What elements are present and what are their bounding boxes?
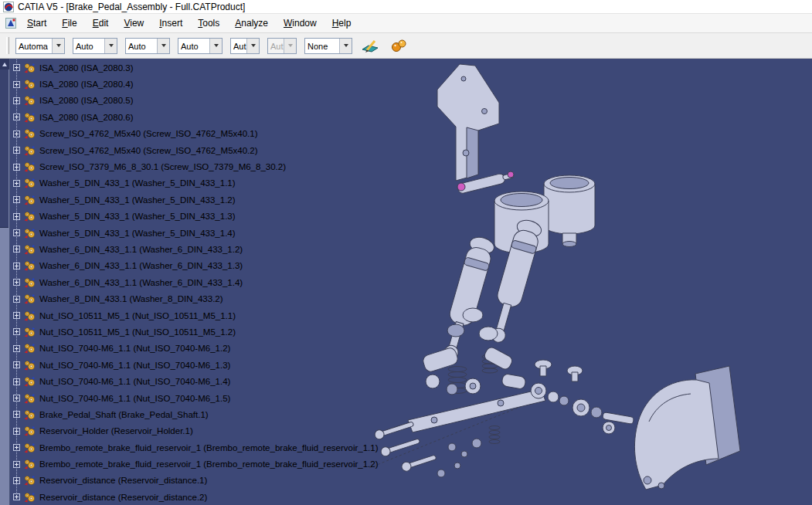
tree-item[interactable]: Washer_6_DIN_433_1.1 (Washer_6_DIN_433_1…: [10, 258, 420, 274]
menu-item[interactable]: Analyze: [227, 15, 276, 31]
tree-item[interactable]: ISA_2080 (ISA_2080.6): [10, 109, 420, 125]
tree-item-label: Washer_5_DIN_433_1 (Washer_5_DIN_433_1.4…: [39, 229, 236, 238]
toolbar-dropdown[interactable]: Aut: [267, 38, 297, 54]
tree-expand-node[interactable]: [13, 263, 20, 269]
painter-spheres-icon[interactable]: [388, 36, 409, 56]
tree-expand-node[interactable]: [13, 180, 20, 187]
part-instance-icon: [24, 178, 36, 188]
tree-item[interactable]: Brembo_remote_brake_fluid_reservoir_1 (B…: [10, 456, 420, 472]
menu-bar: Start File Edit View Insert Tools Analyz…: [0, 14, 812, 33]
chevron-down-icon[interactable]: [52, 39, 64, 53]
tree-item[interactable]: Brembo_remote_brake_fluid_reservoir_1 (B…: [10, 439, 420, 456]
tree-expand-node[interactable]: [13, 296, 20, 303]
tree-item[interactable]: Nut_ISO_7040-M6_1.1 (Nut_ISO_7040-M6_1.5…: [10, 390, 420, 406]
tree-item-label: Nut_ISO_7040-M6_1.1 (Nut_ISO_7040-M6_1.4…: [39, 377, 230, 386]
tree-item[interactable]: Reservoir_Holder (Reservoir_Holder.1): [10, 423, 420, 439]
tree-expand-node[interactable]: [13, 229, 20, 236]
toolbar-dropdown[interactable]: Auto: [178, 38, 223, 54]
tree-expand-node[interactable]: [13, 164, 20, 171]
scrollbar-thumb[interactable]: [0, 69, 8, 228]
tree-expand-node[interactable]: [13, 312, 20, 319]
tree-item[interactable]: Nut_ISO_7040-M6_1.1 (Nut_ISO_7040-M6_1.3…: [10, 357, 420, 373]
tree-expand-node[interactable]: [13, 147, 20, 154]
tree-expand-node[interactable]: [13, 130, 20, 137]
part-instance-icon: [24, 442, 36, 453]
tree-item[interactable]: Washer_6_DIN_433_1.1 (Washer_6_DIN_433_1…: [10, 274, 420, 290]
graphic-properties-pen-icon[interactable]: [359, 36, 381, 56]
tree-expand-node[interactable]: [13, 97, 20, 104]
tree-scrollbar[interactable]: [0, 59, 10, 505]
menu-item[interactable]: File: [54, 15, 84, 31]
graphic-properties-toolbar: Automa Auto Auto Auto Aut Aut None: [0, 33, 812, 59]
tree-expand-node[interactable]: [13, 477, 20, 484]
tree-item[interactable]: Reservoir_distance (Reservoir_distance.1…: [10, 473, 420, 489]
tree-item[interactable]: Screw_ISO_4762_M5x40 (Screw_ISO_4762_M5x…: [10, 142, 420, 158]
tree-item[interactable]: Washer_8_DIN_433.1 (Washer_8_DIN_433.2): [10, 290, 420, 307]
chevron-down-icon[interactable]: [284, 39, 296, 53]
tree-item[interactable]: Screw_ISO_4762_M5x40 (Screw_ISO_4762_M5x…: [10, 126, 420, 142]
menu-item[interactable]: Edit: [85, 15, 117, 31]
chevron-down-icon[interactable]: [104, 39, 117, 53]
part-instance-icon: [24, 228, 36, 239]
tree-item[interactable]: ISA_2080 (ISA_2080.3): [10, 59, 420, 76]
tree-item[interactable]: Reservoir_distance (Reservoir_distance.2…: [10, 489, 420, 505]
tree-item-label: ISA_2080 (ISA_2080.6): [39, 113, 133, 122]
toolbar-dropdown[interactable]: Aut: [230, 38, 260, 54]
scroll-up-button[interactable]: [0, 59, 9, 69]
tree-expand-node[interactable]: [13, 279, 20, 286]
menu-item[interactable]: Start: [19, 15, 54, 31]
tree-expand-node[interactable]: [13, 114, 20, 120]
tree-expand-node[interactable]: [13, 213, 20, 220]
tree-item[interactable]: Screw_ISO_7379_M6_8_30.1 (Screw_ISO_7379…: [10, 158, 420, 175]
tree-item-label: Brembo_remote_brake_fluid_reservoir_1 (B…: [39, 443, 379, 452]
tree-item-label: Washer_6_DIN_433_1.1 (Washer_6_DIN_433_1…: [39, 245, 243, 254]
chevron-down-icon[interactable]: [246, 39, 259, 53]
part-instance-icon: [24, 63, 36, 73]
tree-item[interactable]: Brake_Pedal_Shaft (Brake_Pedal_Shaft.1): [10, 406, 420, 422]
chevron-down-icon[interactable]: [339, 39, 352, 53]
tree-item[interactable]: Nut_ISO_7040-M6_1.1 (Nut_ISO_7040-M6_1.2…: [10, 341, 420, 357]
menu-item[interactable]: Insert: [151, 15, 190, 31]
toolbar-dropdown[interactable]: Auto: [125, 38, 170, 54]
tree-expand-node[interactable]: [13, 196, 20, 203]
tree-item[interactable]: Nut_ISO_10511_M5_1 (Nut_ISO_10511_M5_1.2…: [10, 324, 420, 340]
tree-expand-node[interactable]: [13, 395, 20, 402]
tree-expand-node[interactable]: [13, 328, 20, 335]
tree-expand-node[interactable]: [13, 461, 20, 468]
tree-item[interactable]: Nut_ISO_7040-M6_1.1 (Nut_ISO_7040-M6_1.4…: [10, 373, 420, 389]
tree-item[interactable]: Washer_5_DIN_433_1 (Washer_5_DIN_433_1.4…: [10, 225, 420, 241]
start-menu-icon[interactable]: [5, 18, 16, 29]
toolbar-dropdown[interactable]: Auto: [73, 38, 117, 54]
chevron-down-icon[interactable]: [157, 39, 169, 53]
toolbar-dropdown[interactable]: Automa: [15, 38, 65, 54]
chevron-down-icon[interactable]: [209, 39, 222, 53]
tree-expand-node[interactable]: [13, 411, 20, 418]
tree-item[interactable]: ISA_2080 (ISA_2080.4): [10, 76, 420, 92]
tree-item[interactable]: ISA_2080 (ISA_2080.5): [10, 93, 420, 109]
tree-expand-node[interactable]: [13, 493, 20, 500]
tree-expand-node[interactable]: [13, 361, 20, 368]
3d-viewport[interactable]: ISA_2080 (ISA_2080.3) ISA_2080 (ISA_2080…: [0, 59, 812, 505]
tree-item[interactable]: Washer_6_DIN_433_1.1 (Washer_6_DIN_433_1…: [10, 241, 420, 257]
tree-item[interactable]: Washer_5_DIN_433_1 (Washer_5_DIN_433_1.3…: [10, 208, 420, 225]
menu-item[interactable]: Help: [324, 15, 359, 31]
menu-item[interactable]: Tools: [190, 15, 227, 31]
tree-expand-node[interactable]: [13, 246, 20, 252]
toolbar-dropdown[interactable]: None: [304, 38, 352, 54]
tree-expand-node[interactable]: [13, 444, 20, 451]
dropdown-selected-value: None: [305, 39, 339, 53]
tree-expand-node[interactable]: [13, 64, 20, 71]
tree-expand-node[interactable]: [13, 378, 20, 385]
menu-item[interactable]: View: [116, 15, 151, 31]
tree-item[interactable]: Washer_5_DIN_433_1 (Washer_5_DIN_433_1.2…: [10, 191, 420, 208]
tree-item[interactable]: Washer_5_DIN_433_1 (Washer_5_DIN_433_1.1…: [10, 175, 420, 191]
menu-item[interactable]: Window: [276, 15, 324, 31]
app-icon[interactable]: [3, 2, 14, 12]
tree-expand-node[interactable]: [13, 81, 20, 88]
tree-expand-node[interactable]: [13, 428, 20, 435]
tree-item-label: Reservoir_distance (Reservoir_distance.2…: [39, 493, 207, 502]
tree-expand-node[interactable]: [13, 345, 20, 352]
part-instance-icon: [24, 327, 36, 337]
tree-item[interactable]: Nut_ISO_10511_M5_1 (Nut_ISO_10511_M5_1.1…: [10, 307, 420, 324]
toolbar-drag-handle[interactable]: [6, 37, 9, 54]
